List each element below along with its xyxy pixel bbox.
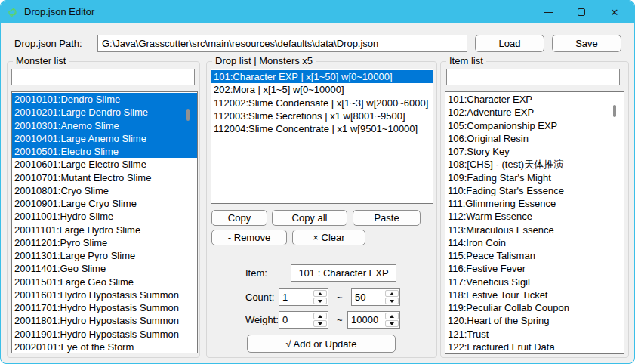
- weight-min-stepper[interactable]: 0: [279, 311, 328, 329]
- spin-down-button[interactable]: [385, 298, 399, 304]
- count-max-value[interactable]: 50: [352, 289, 384, 305]
- list-item[interactable]: 20010101:Dendro Slime: [12, 93, 197, 106]
- drop-list-group: Drop list | Monsters x5 101:Character EX…: [206, 61, 437, 358]
- list-item[interactable]: 202:Mora | x[1~5] w[0~10000]: [211, 83, 433, 96]
- list-item[interactable]: 119:Peculiar Collab Coupon: [445, 301, 624, 314]
- monster-list-scrollbar[interactable]: [186, 109, 190, 121]
- maximize-button[interactable]: [565, 1, 598, 23]
- list-item[interactable]: 20011301:Large Pyro Slime: [12, 249, 197, 262]
- list-item[interactable]: 106:Original Resin: [445, 132, 624, 145]
- weight-max-value[interactable]: 10000: [348, 312, 384, 328]
- list-item[interactable]: 20011601:Hydro Hypostasis Summon: [12, 288, 197, 301]
- list-item[interactable]: 115:Peace Talisman: [445, 249, 624, 262]
- list-item[interactable]: 20011401:Geo Slime: [12, 262, 197, 275]
- list-item[interactable]: 118:Festive Tour Ticket: [445, 288, 624, 301]
- list-item[interactable]: 121:Trust: [445, 328, 624, 341]
- spin-up-button[interactable]: [313, 313, 327, 319]
- list-item[interactable]: 108:[CHS] - (test)天体推演: [445, 158, 624, 171]
- spin-down-button[interactable]: [313, 320, 327, 327]
- path-label: Drop.json Path:: [14, 38, 82, 49]
- list-item[interactable]: 20010601:Large Electro Slime: [12, 158, 197, 171]
- arrow-up-icon: [390, 315, 394, 318]
- arrow-down-icon: [390, 300, 394, 303]
- clear-button[interactable]: × Clear: [292, 230, 365, 245]
- weight-min-value[interactable]: 0: [279, 312, 313, 328]
- list-item[interactable]: 101:Character EXP: [445, 93, 624, 106]
- list-item[interactable]: 110:Fading Star's Essence: [445, 184, 624, 197]
- list-item[interactable]: 112004:Slime Concentrate | x1 w[9501~100…: [211, 122, 433, 135]
- list-item[interactable]: 20010701:Mutant Electro Slime: [12, 171, 197, 184]
- copy-all-button[interactable]: Copy all: [272, 210, 347, 226]
- list-item[interactable]: 20010801:Cryo Slime: [12, 184, 197, 197]
- item-list-scrollbar[interactable]: [613, 105, 616, 117]
- list-item[interactable]: 114:Iron Coin: [445, 236, 624, 249]
- load-button[interactable]: Load: [475, 35, 544, 52]
- list-item[interactable]: 20011801:Hydro Hypostasis Summon: [12, 314, 197, 327]
- list-item[interactable]: 20020101:Eye of the Storm: [12, 341, 197, 353]
- list-item[interactable]: 20010901:Large Cryo Slime: [12, 197, 197, 210]
- list-item[interactable]: 107:Story Key: [445, 145, 624, 158]
- drop-listbox[interactable]: 101:Character EXP | x[1~50] w[0~10000]20…: [211, 69, 433, 204]
- spin-down-button[interactable]: [385, 320, 399, 327]
- arrow-down-icon: [318, 300, 322, 303]
- item-search-input[interactable]: [446, 69, 620, 85]
- spin-down-button[interactable]: [313, 298, 327, 304]
- list-item[interactable]: 20011701:Hydro Hypostasis Summon: [12, 301, 197, 314]
- minimize-button[interactable]: [532, 1, 565, 23]
- item-field[interactable]: 101 : Character EXP: [291, 264, 396, 282]
- count-min-value[interactable]: 1: [279, 289, 313, 305]
- list-item[interactable]: 112002:Slime Condensate | x[1~3] w[2000~…: [211, 97, 433, 110]
- arrow-up-icon: [318, 315, 322, 318]
- item-listbox[interactable]: 101:Character EXP102:Adventure EXP105:Co…: [445, 91, 624, 354]
- monster-listbox[interactable]: 20010101:Dendro Slime20010201:Large Dend…: [11, 91, 198, 353]
- count-min-stepper[interactable]: 1: [279, 288, 328, 306]
- list-item[interactable]: 116:Festive Fever: [445, 262, 624, 275]
- list-item[interactable]: 20010401:Large Anemo Slime: [12, 132, 197, 145]
- remove-button[interactable]: - Remove: [211, 230, 287, 245]
- list-item[interactable]: 20011201:Pyro Slime: [12, 236, 197, 249]
- list-item[interactable]: 20011501:Large Geo Slime: [12, 276, 197, 288]
- spin-up-button[interactable]: [313, 290, 327, 297]
- list-item[interactable]: 20011001:Hydro Slime: [12, 210, 197, 223]
- list-item[interactable]: 20010301:Anemo Slime: [12, 119, 197, 132]
- item-list-group-title: Item list: [446, 55, 486, 66]
- list-item[interactable]: 112003:Slime Secretions | x1 w[8001~9500…: [211, 110, 433, 122]
- list-item[interactable]: 109:Fading Star's Might: [445, 171, 624, 184]
- window-title: Drop.json Editor: [24, 1, 94, 23]
- list-item[interactable]: 102:Adventure EXP: [445, 106, 624, 119]
- list-item[interactable]: 20011901:Hydro Hypostasis Summon: [12, 328, 197, 341]
- list-item[interactable]: 117:Veneficus Sigil: [445, 276, 624, 288]
- monster-list-group: Monster list 20010101:Dendro Slime200102…: [7, 61, 200, 358]
- path-input[interactable]: [97, 35, 467, 52]
- save-button[interactable]: Save: [552, 35, 621, 52]
- arrow-down-icon: [318, 322, 322, 325]
- close-button[interactable]: ✕: [598, 1, 631, 23]
- megaphone-icon: [7, 5, 20, 19]
- paste-button[interactable]: Paste: [353, 210, 421, 226]
- arrow-up-icon: [318, 292, 322, 295]
- weight-max-stepper[interactable]: 10000: [347, 311, 400, 329]
- list-item[interactable]: 120:Heart of the Spring: [445, 314, 624, 327]
- minimize-icon: [544, 12, 553, 13]
- list-item[interactable]: 105:Companionship EXP: [445, 119, 624, 132]
- list-item[interactable]: 20010501:Electro Slime: [12, 145, 197, 158]
- list-item[interactable]: 113:Miraculous Essence: [445, 224, 624, 236]
- list-item[interactable]: 111:Glimmering Essence: [445, 197, 624, 210]
- add-or-update-button[interactable]: √ Add or Update: [247, 335, 396, 353]
- drop-list-group-title: Drop list | Monsters x5: [212, 55, 316, 66]
- monster-search-input[interactable]: [11, 69, 195, 85]
- list-item[interactable]: 20010201:Large Dendro Slime: [12, 106, 197, 119]
- count-max-stepper[interactable]: 50: [351, 288, 400, 306]
- title-bar[interactable]: Drop.json Editor ✕: [1, 1, 634, 23]
- item-list-group: Item list 101:Character EXP102:Adventure…: [440, 61, 629, 358]
- list-item[interactable]: 112:Warm Essence: [445, 210, 624, 223]
- spin-up-button[interactable]: [385, 313, 399, 319]
- weight-label: Weight:: [245, 314, 279, 325]
- arrow-up-icon: [390, 292, 394, 295]
- list-item[interactable]: 122:Fractured Fruit Data: [445, 341, 624, 353]
- close-icon: ✕: [611, 8, 619, 17]
- list-item[interactable]: 101:Character EXP | x[1~50] w[0~10000]: [211, 70, 433, 83]
- spin-up-button[interactable]: [385, 290, 399, 297]
- list-item[interactable]: 20011101:Large Hydro Slime: [12, 224, 197, 236]
- copy-button[interactable]: Copy: [211, 210, 267, 226]
